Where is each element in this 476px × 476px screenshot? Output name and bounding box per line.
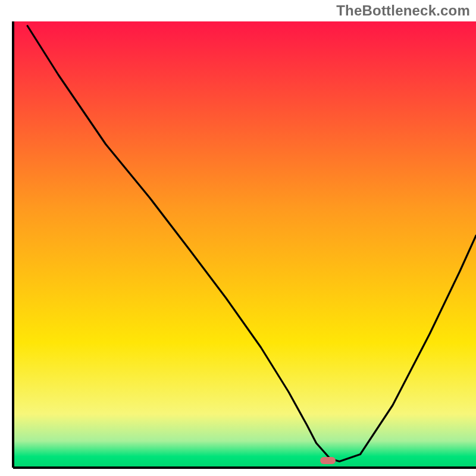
optimal-marker xyxy=(320,457,336,464)
watermark: TheBottleneck.com xyxy=(336,2,470,19)
chart-svg xyxy=(0,0,476,476)
bottleneck-chart: TheBottleneck.com xyxy=(0,0,476,476)
plot-background xyxy=(13,21,476,468)
